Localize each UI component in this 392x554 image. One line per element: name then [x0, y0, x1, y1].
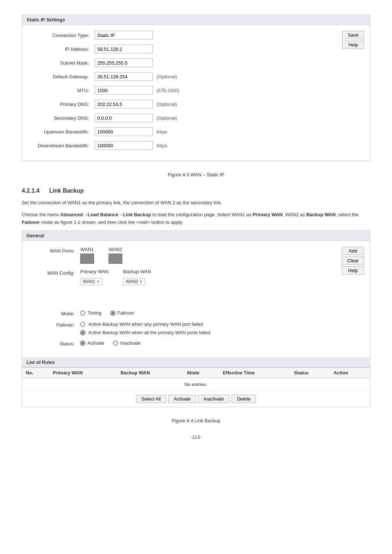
col-status: Status — [290, 368, 330, 378]
link-backup-para1: Set the connection of WAN1 as the primar… — [22, 199, 370, 207]
clear-button[interactable]: Clear — [342, 257, 364, 265]
wan2-tag: WAN2 ✕ — [123, 278, 145, 285]
ip-address-input[interactable] — [95, 45, 153, 53]
primary-dns-input[interactable] — [95, 100, 153, 108]
upstream-bw-input[interactable] — [95, 127, 153, 136]
wan2-tag-label: WAN2 — [126, 279, 138, 284]
add-button[interactable]: Add — [342, 247, 364, 255]
failover-option1-label: Active Backup WAN when any primary WAN p… — [88, 321, 203, 327]
status-label: Status: — [29, 340, 80, 346]
col-no: No. — [22, 368, 49, 378]
timing-radio-item[interactable]: Timing — [80, 310, 102, 316]
wan-config-label: WAN Config: — [29, 269, 80, 276]
list-of-rules-header: List of Rules — [22, 357, 370, 368]
activate-radio-label: Activate — [87, 340, 104, 346]
col-effective-time: Effective Time — [219, 368, 290, 378]
failover-option1-item[interactable]: Active Backup WAN when any primary WAN p… — [80, 321, 210, 327]
wan2-port-item: WAN2 — [109, 247, 122, 264]
wan2-port-icon — [109, 254, 122, 264]
help-button[interactable]: Help — [342, 41, 364, 49]
wan-config-row: WAN Config: Primary WAN WAN1 ✕ Backup WA… — [29, 269, 363, 305]
no-entries-row: No entries. — [22, 378, 370, 391]
link-backup-section: 4.2.1.4 Link Backup Set the connection o… — [22, 188, 370, 226]
failover-radio-label: Failover — [118, 310, 134, 316]
upstream-bw-row: Upstream Bandwidth: Kbps — [29, 127, 363, 136]
backup-wan-col: Backup WAN WAN2 ✕ — [123, 269, 151, 285]
table-action-buttons: Select All Activate Inactivate Delete — [22, 391, 370, 407]
figure3-caption: Figure 4-3 WAN – Static IP — [22, 172, 370, 177]
connection-type-row: Connection Type: Static IP DHCP PPPoE — [29, 31, 363, 40]
save-button[interactable]: Save — [342, 31, 364, 39]
activate-button[interactable]: Activate — [168, 395, 196, 403]
primary-wan-text: Primary WAN — [253, 212, 282, 217]
subnet-mask-input[interactable] — [95, 58, 153, 67]
primary-dns-hint: (Optional) — [156, 102, 177, 107]
menu-path: Advanced→Load Balance→Link Backup — [60, 212, 151, 217]
activate-radio-circle — [80, 341, 85, 346]
upstream-bw-hint: Kbps — [156, 129, 167, 135]
activate-radio-item[interactable]: Activate — [80, 340, 104, 346]
wan-ports-label: WAN Ports: — [29, 247, 80, 254]
mtu-hint: (576-1500) — [156, 88, 180, 93]
failover-option2-dot — [82, 332, 84, 334]
wan1-port-icon — [80, 254, 94, 264]
mtu-input[interactable] — [95, 86, 153, 95]
mtu-row: MTU: (576-1500) — [29, 86, 363, 95]
ip-address-label: IP Address: — [29, 46, 95, 52]
general-buttons: Add Clear Help — [342, 247, 364, 275]
secondary-dns-input[interactable] — [95, 114, 153, 122]
default-gateway-input[interactable] — [95, 72, 153, 81]
wan1-port-item: WAN1 — [80, 247, 94, 264]
static-ip-header: Static IP Settings — [22, 15, 370, 25]
rules-table-wrap: No. Primary WAN Backup WAN Mode Effectiv… — [22, 368, 370, 407]
activate-radio-dot — [82, 342, 84, 344]
wan2-port-label: WAN2 — [109, 247, 122, 252]
static-ip-body: Save Help Connection Type: Static IP DHC… — [22, 25, 370, 161]
general-help-button[interactable]: Help — [342, 266, 364, 275]
connection-type-select[interactable]: Static IP DHCP PPPoE — [95, 31, 153, 40]
wan1-tag-label: WAN1 — [83, 279, 95, 284]
delete-button[interactable]: Delete — [232, 395, 256, 403]
failover-radio-circle — [110, 311, 115, 316]
backup-wan-text: Backup WAN — [306, 212, 336, 217]
failover-text: Failover — [22, 219, 40, 225]
col-action: Action — [330, 368, 370, 378]
wan-ports-row: WAN Ports: WAN1 WAN2 — [29, 247, 363, 264]
section-num: 4.2.1.4 — [22, 188, 40, 194]
page-number: -113- — [22, 434, 370, 440]
connection-type-label: Connection Type: — [29, 33, 95, 38]
mtu-label: MTU: — [29, 88, 95, 93]
mode-radio-group: Timing Failover — [80, 310, 134, 316]
wan2-tag-close-icon[interactable]: ✕ — [139, 279, 143, 284]
wan1-tag-close-icon[interactable]: ✕ — [97, 279, 100, 284]
secondary-dns-hint: (Optional) — [156, 115, 177, 121]
downstream-bw-input[interactable] — [95, 141, 153, 150]
downstream-bw-row: Downstream Bandwidth: Kbps — [29, 141, 363, 150]
status-radio-group: Activate Inactivate — [80, 340, 140, 346]
failover-radio-item[interactable]: Failover — [110, 310, 134, 316]
inactivate-radio-circle — [113, 341, 118, 346]
inactivate-radio-item[interactable]: Inactivate — [113, 340, 140, 346]
inactivate-button[interactable]: Inactivate — [198, 395, 229, 403]
failover-option2-circle — [80, 330, 85, 335]
general-header: General — [22, 231, 370, 241]
col-mode: Mode — [184, 368, 219, 378]
select-all-button[interactable]: Select All — [136, 395, 166, 403]
downstream-bw-label: Downstream Bandwidth: — [29, 143, 95, 148]
timing-radio-circle — [80, 311, 85, 316]
status-row: Status: Activate Inactivate — [29, 340, 363, 346]
section-title: Link Backup — [49, 188, 84, 194]
default-gateway-row: Default Gateway: (Optional) — [29, 72, 363, 81]
link-backup-para2: Choose the menu Advanced→Load Balance→Li… — [22, 211, 370, 226]
downstream-bw-hint: Kbps — [156, 143, 167, 148]
inactivate-radio-label: Inactivate — [120, 340, 140, 346]
failover-option2-item[interactable]: Active Backup WAN when all the primary W… — [80, 330, 210, 335]
secondary-dns-label: Secondary DNS: — [29, 115, 95, 121]
backup-wan-col-label: Backup WAN — [123, 269, 151, 274]
no-entries-cell: No entries. — [22, 378, 370, 391]
general-box: General Add Clear Help WAN Ports: WAN1 W… — [22, 230, 370, 407]
rules-table: No. Primary WAN Backup WAN Mode Effectiv… — [22, 368, 370, 391]
secondary-dns-row: Secondary DNS: (Optional) — [29, 114, 363, 122]
col-backup-wan: Backup WAN — [117, 368, 184, 378]
static-ip-buttons: Save Help — [342, 31, 364, 49]
